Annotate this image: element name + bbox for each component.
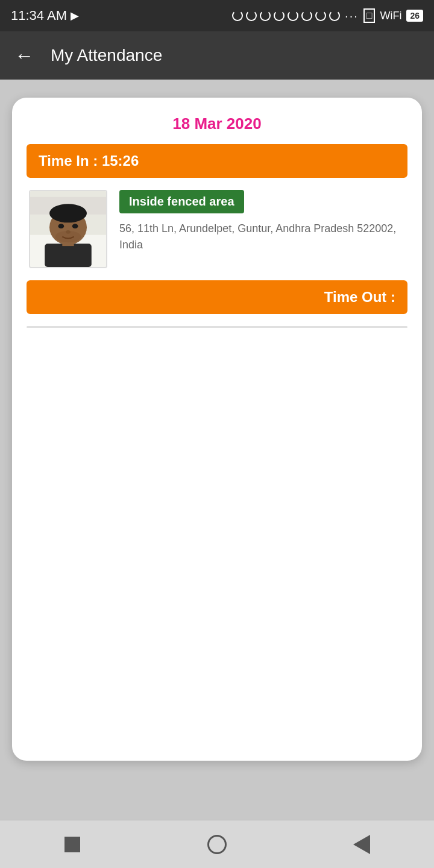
card-divider: [27, 326, 407, 328]
svg-point-10: [55, 231, 81, 242]
time-in-label: Time In : 15:26: [39, 153, 139, 169]
employee-photo: [29, 190, 107, 268]
time-in-bar: Time In : 15:26: [27, 144, 407, 178]
svg-point-7: [58, 224, 64, 228]
address-label: 56, 11th Ln, Arundelpet, Guntur, Andhra …: [119, 221, 405, 253]
attendance-date: 18 Mar 2020: [27, 115, 407, 133]
bottom-nav: [0, 820, 434, 868]
refresh-icons: [232, 10, 340, 21]
svg-point-8: [72, 224, 78, 228]
back-arrow-icon: ←: [14, 45, 34, 67]
screen-icon: □: [363, 8, 376, 23]
employee-photo-svg: [30, 191, 106, 267]
location-info: Inside fenced area 56, 11th Ln, Arundelp…: [119, 190, 405, 253]
battery-icon: 26: [406, 10, 423, 22]
attendance-card: 18 Mar 2020 Time In : 15:26: [12, 98, 422, 761]
recent-apps-icon: [64, 837, 80, 852]
page-title: My Attendance: [51, 46, 162, 65]
time-out-label: Time Out :: [324, 289, 395, 305]
play-icon: ▶: [71, 9, 79, 22]
back-nav-icon: [353, 835, 370, 854]
back-nav-button[interactable]: [344, 826, 380, 863]
attendance-info-row: Inside fenced area 56, 11th Ln, Arundelp…: [27, 190, 407, 268]
status-bar: 11:34 AM ▶ ··· □ WiFi 26: [0, 0, 434, 31]
wifi-icon: WiFi: [380, 10, 401, 22]
back-button[interactable]: ←: [14, 45, 34, 67]
time-out-bar: Time Out :: [27, 280, 407, 314]
svg-rect-3: [45, 244, 92, 267]
main-content: 18 Mar 2020 Time In : 15:26: [0, 80, 434, 820]
home-button[interactable]: [199, 826, 235, 863]
more-icon: ···: [345, 9, 359, 23]
recent-apps-button[interactable]: [54, 826, 90, 863]
status-time: 11:34 AM: [11, 8, 67, 24]
app-bar: ← My Attendance: [0, 31, 434, 80]
fenced-area-badge: Inside fenced area: [119, 190, 244, 213]
svg-point-6: [49, 204, 87, 222]
home-icon: [207, 835, 227, 854]
